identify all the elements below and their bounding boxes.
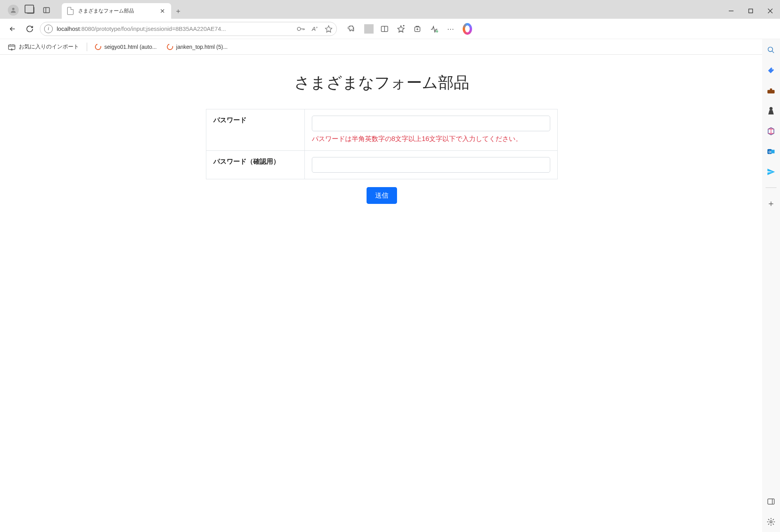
address-bar[interactable]: i localhost:8080/prototype/foo/input;jse…: [40, 22, 337, 36]
toolbar: i localhost:8080/prototype/foo/input;jse…: [0, 19, 780, 39]
svg-point-0: [12, 8, 14, 10]
new-tab-button[interactable]: ＋: [171, 3, 185, 19]
url-path: :8080/prototype/foo/input;jsessionid=8B3…: [80, 25, 226, 32]
tab-actions-icon[interactable]: [42, 6, 51, 14]
bookmark-favicon-icon: [94, 43, 102, 51]
favorites-icon[interactable]: [397, 25, 406, 33]
search-icon[interactable]: [766, 45, 776, 55]
maximize-button[interactable]: [741, 3, 760, 19]
svg-point-7: [297, 27, 301, 30]
tab-title: さまざまなフォーム部品: [78, 7, 154, 14]
profile-icon[interactable]: [8, 5, 19, 16]
svg-rect-1: [44, 7, 50, 12]
svg-rect-4: [749, 9, 753, 13]
collections-icon[interactable]: [413, 25, 423, 33]
bookmark-item-1[interactable]: janken_top.html (5)...: [165, 42, 230, 52]
close-window-button[interactable]: [760, 3, 780, 19]
minimize-button[interactable]: [721, 3, 741, 19]
edge-sidebar: O ＋: [762, 39, 780, 55]
bookmark-bar: お気に入りのインポート seigyo01.html (auto... janke…: [0, 39, 780, 55]
back-button[interactable]: [5, 22, 20, 36]
refresh-button[interactable]: [23, 22, 37, 36]
close-tab-icon[interactable]: ✕: [158, 7, 166, 15]
url-host: localhost: [57, 25, 80, 32]
favorite-star-icon[interactable]: [325, 25, 333, 33]
performance-icon[interactable]: [430, 25, 439, 33]
bookmark-favicon-icon: [166, 43, 174, 51]
more-menu-icon[interactable]: ⋯: [446, 25, 456, 33]
browser-tab[interactable]: さまざまなフォーム部品 ✕: [62, 3, 171, 19]
workspaces-icon[interactable]: [27, 7, 34, 14]
svg-line-16: [772, 51, 774, 53]
copilot-icon[interactable]: [463, 23, 472, 35]
url-text: localhost:8080/prototype/foo/input;jsess…: [57, 25, 293, 32]
read-aloud-icon[interactable]: A»: [312, 25, 318, 32]
extensions-icon[interactable]: [348, 25, 357, 33]
window-controls: [721, 3, 780, 19]
bookmark-label: seigyo01.html (auto...: [104, 44, 157, 50]
import-favorites-button[interactable]: お気に入りのインポート: [5, 42, 81, 52]
import-favorites-label: お気に入りのインポート: [19, 43, 79, 50]
toolbar-divider: [364, 24, 374, 34]
bookmark-divider: [87, 43, 87, 51]
split-screen-icon[interactable]: [381, 25, 390, 32]
bookmark-item-0[interactable]: seigyo01.html (auto...: [93, 42, 159, 52]
svg-point-15: [768, 47, 773, 52]
titlebar: さまざまなフォーム部品 ✕ ＋: [0, 0, 780, 19]
page-favicon-icon: [67, 7, 73, 15]
bookmark-label: janken_top.html (5)...: [176, 44, 228, 50]
address-bar-actions: A»: [297, 25, 333, 33]
site-info-icon[interactable]: i: [44, 25, 53, 33]
toolbar-icons: ⋯: [348, 23, 472, 35]
password-icon[interactable]: [297, 26, 305, 32]
titlebar-left-controls: [4, 2, 55, 19]
